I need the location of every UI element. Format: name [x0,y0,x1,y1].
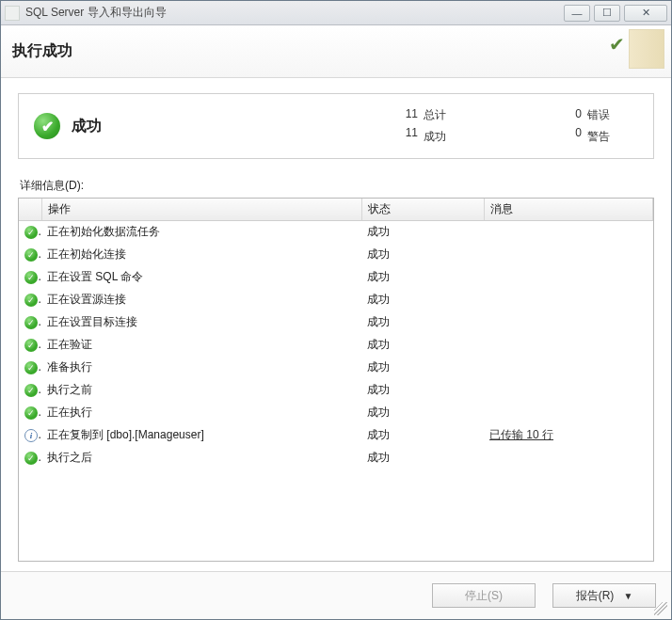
message-cell [484,221,653,244]
header-deco-icon [629,29,664,69]
maximize-button[interactable]: ☐ [594,5,620,22]
titlebar[interactable]: SQL Server 导入和导出向导 — ☐ ✕ [1,1,671,25]
success-icon: ✓ [24,384,38,397]
row-icon-cell: i [19,424,41,447]
report-button[interactable]: 报告(R) ▼ [552,583,656,608]
success-icon: ✓ [24,226,38,239]
operation-cell: 正在初始化连接 [41,244,361,266]
page-header: 执行成功 ✔ [1,25,671,78]
status-cell: 成功 [361,379,484,402]
message-cell [484,357,653,379]
table-row[interactable]: ✓正在初始化连接成功 [19,244,653,266]
row-icon-cell: ✓ [19,447,41,469]
row-icon-cell: ✓ [19,221,41,244]
details-label: 详细信息(D): [20,178,654,194]
col-status-header[interactable]: 状态 [361,199,484,221]
table-row[interactable]: i正在复制到 [dbo].[Manageuser]成功已传输 10 行 [19,424,653,447]
col-icon-header[interactable] [19,199,41,221]
message-cell [484,266,653,289]
status-cell: 成功 [361,424,484,447]
success-icon: ✓ [24,248,38,262]
table-row[interactable]: ✓正在执行成功 [19,402,653,424]
message-cell [484,244,653,266]
row-icon-cell: ✓ [19,379,41,402]
status-cell: 成功 [361,402,484,424]
report-button-label: 报告(R) [576,588,615,604]
success-count: 11 [376,126,418,139]
summary-stats: 11 11 总计 成功 0 0 错误 警告 [376,107,638,145]
operation-cell: 正在设置目标连接 [41,311,361,334]
error-count: 0 [540,107,582,120]
row-icon-cell: ✓ [19,266,41,289]
col-message-header[interactable]: 消息 [484,199,653,221]
success-label: 成功 [424,129,465,145]
window-buttons: — ☐ ✕ [564,5,667,22]
operation-cell: 准备执行 [41,357,361,379]
check-icon: ✔ [609,33,625,56]
table-row[interactable]: ✓正在验证成功 [19,334,653,357]
row-icon-cell: ✓ [19,311,41,334]
operation-cell: 正在设置 SQL 命令 [41,266,361,289]
status-cell: 成功 [361,311,484,334]
success-icon: ✓ [24,406,38,420]
success-icon: ✓ [24,361,38,374]
footer: 停止(S) 报告(R) ▼ [1,571,671,619]
operation-cell: 正在复制到 [dbo].[Manageuser] [41,424,361,447]
details-table-container[interactable]: 操作 状态 消息 ✓正在初始化数据流任务成功✓正在初始化连接成功✓正在设置 SQ… [18,198,654,562]
status-cell: 成功 [361,357,484,379]
message-cell [484,447,653,469]
message-cell [484,311,653,334]
status-cell: 成功 [361,221,484,244]
window-title: SQL Server 导入和导出向导 [25,5,564,21]
page-title: 执行成功 [12,41,72,61]
error-label: 错误 [587,107,629,123]
info-icon: i [24,429,38,442]
row-icon-cell: ✓ [19,334,41,357]
message-cell [484,334,653,357]
warning-count: 0 [540,126,582,139]
row-icon-cell: ✓ [19,289,41,311]
summary-status: 成功 [72,117,102,136]
table-row[interactable]: ✓正在设置源连接成功 [19,289,653,311]
message-cell [484,402,653,424]
table-row[interactable]: ✓正在设置目标连接成功 [19,311,653,334]
operation-cell: 正在设置源连接 [41,289,361,311]
app-icon [5,6,20,21]
success-icon: ✓ [24,316,38,329]
wizard-window: SQL Server 导入和导出向导 — ☐ ✕ 执行成功 ✔ ✔ 成功 11 … [0,0,672,620]
table-row[interactable]: ✓执行之后成功 [19,447,653,469]
minimize-button[interactable]: — [564,5,590,22]
success-icon: ✓ [24,452,38,465]
resize-grip-icon[interactable] [654,602,667,615]
success-icon: ✓ [24,294,38,307]
operation-cell: 正在执行 [41,402,361,424]
details-table: 操作 状态 消息 ✓正在初始化数据流任务成功✓正在初始化连接成功✓正在设置 SQ… [19,199,653,469]
table-row[interactable]: ✓准备执行成功 [19,357,653,379]
status-cell: 成功 [361,289,484,311]
total-count: 11 [376,107,418,120]
status-cell: 成功 [361,447,484,469]
col-operation-header[interactable]: 操作 [41,199,361,221]
row-icon-cell: ✓ [19,244,41,266]
stat-group-right: 0 0 错误 警告 [540,107,629,145]
footer-wrap: 停止(S) 报告(R) ▼ [1,571,671,619]
stat-group-left: 11 11 总计 成功 [376,107,465,145]
success-icon: ✓ [24,271,38,284]
message-cell[interactable]: 已传输 10 行 [484,424,653,447]
table-row[interactable]: ✓执行之前成功 [19,379,653,402]
total-label: 总计 [424,107,465,123]
operation-cell: 执行之后 [41,447,361,469]
table-row[interactable]: ✓正在设置 SQL 命令成功 [19,266,653,289]
operation-cell: 正在验证 [41,334,361,357]
message-link[interactable]: 已传输 10 行 [489,428,553,441]
success-icon: ✓ [24,339,38,352]
operation-cell: 执行之前 [41,379,361,402]
operation-cell: 正在初始化数据流任务 [41,221,361,244]
stop-button: 停止(S) [432,583,536,608]
success-icon: ✔ [34,113,60,139]
close-button[interactable]: ✕ [624,5,667,22]
row-icon-cell: ✓ [19,357,41,379]
message-cell [484,379,653,402]
status-cell: 成功 [361,244,484,266]
table-row[interactable]: ✓正在初始化数据流任务成功 [19,221,653,244]
